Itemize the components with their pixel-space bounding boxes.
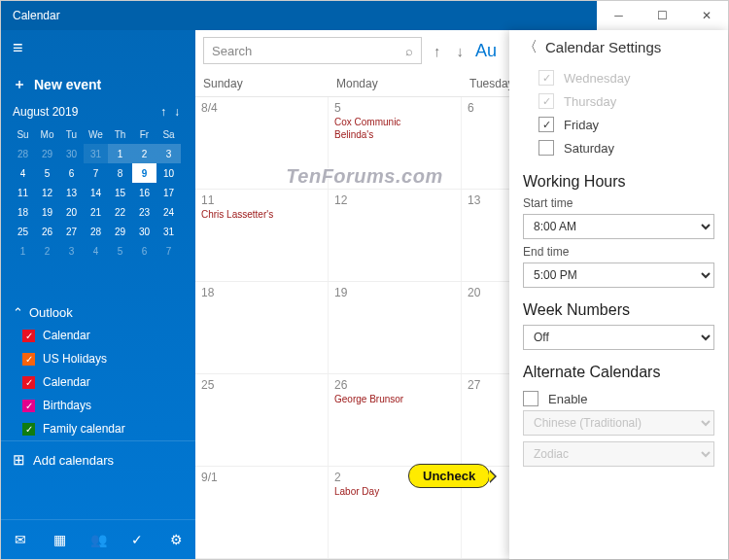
event-item[interactable]: Cox Communic — [334, 117, 455, 127]
calendar-checkbox[interactable]: ✓ — [22, 353, 35, 366]
mini-calendar: SuMoTuWeThFrSa 2829303112345678910111213… — [1, 124, 195, 268]
account-outlook[interactable]: ⌃ Outlook — [1, 296, 195, 324]
day-number: 9/1 — [201, 471, 322, 484]
mini-day-cell[interactable]: 5 — [35, 163, 59, 183]
alternate-type-select: Zodiac — [523, 441, 714, 467]
mini-day-cell[interactable]: 17 — [156, 183, 181, 202]
new-event-button[interactable]: ＋ New event — [1, 66, 195, 103]
people-icon[interactable]: 👥 — [79, 526, 118, 553]
event-item[interactable]: George Brunsor — [334, 394, 455, 404]
calendar-item[interactable]: ✓Calendar — [1, 370, 195, 394]
mini-day-cell[interactable]: 15 — [108, 183, 132, 202]
day-cell[interactable]: 9/1 — [195, 467, 329, 558]
workday-checkbox[interactable]: ✓ — [538, 117, 554, 132]
calendar-checkbox[interactable]: ✓ — [22, 330, 35, 342]
mini-day-cell[interactable]: 25 — [11, 222, 35, 241]
mini-day-cell[interactable]: 28 — [11, 144, 35, 163]
mini-day-cell[interactable]: 2 — [132, 144, 156, 163]
workday-label: Thursday — [564, 94, 616, 109]
end-time-select[interactable]: 5:00 PM — [523, 262, 714, 288]
search-input[interactable]: Search ⌕ — [203, 37, 422, 64]
mini-day-cell[interactable]: 30 — [132, 222, 156, 241]
day-cell[interactable]: 18 — [195, 282, 329, 373]
mini-day-cell[interactable]: 1 — [11, 241, 35, 261]
mini-day-cell[interactable]: 13 — [59, 183, 84, 202]
maximize-button[interactable]: ☐ — [641, 1, 684, 30]
day-cell[interactable]: 5Cox CommunicBelinda's — [329, 97, 462, 189]
event-item[interactable]: Chris Lassetter's — [201, 209, 322, 220]
mini-day-cell[interactable]: 6 — [59, 163, 84, 183]
day-cell[interactable]: 19 — [329, 282, 462, 373]
mini-day-cell[interactable]: 23 — [132, 202, 156, 222]
mini-day-cell[interactable]: 31 — [156, 222, 181, 241]
back-icon[interactable]: 〈 — [523, 38, 538, 56]
mini-day-cell[interactable]: 26 — [35, 222, 59, 241]
mini-day-cell[interactable]: 12 — [35, 183, 59, 202]
mini-day-cell[interactable]: 2 — [35, 241, 59, 261]
mini-day-cell[interactable]: 14 — [84, 183, 108, 202]
mini-day-cell[interactable]: 16 — [132, 183, 156, 202]
mini-day-cell[interactable]: 20 — [59, 202, 84, 222]
mini-day-cell[interactable]: 28 — [84, 222, 108, 241]
mini-day-cell[interactable]: 30 — [59, 144, 84, 163]
mini-day-cell[interactable]: 5 — [108, 241, 132, 261]
start-time-select[interactable]: 8:00 AM — [523, 214, 714, 239]
close-button[interactable]: ✕ — [684, 1, 728, 30]
mini-day-cell[interactable]: 4 — [11, 163, 35, 183]
minimize-button[interactable]: ─ — [597, 1, 641, 30]
mini-day-cell[interactable]: 21 — [84, 202, 108, 222]
day-cell[interactable]: 26George Brunsor — [329, 374, 462, 466]
calendar-item[interactable]: ✓Family calendar — [1, 417, 195, 440]
mini-day-cell[interactable]: 6 — [132, 241, 156, 261]
mini-day-cell[interactable]: 10 — [156, 163, 181, 183]
day-column-header: Sunday — [195, 71, 329, 96]
titlebar: Calendar ─ ☐ ✕ — [1, 1, 728, 30]
mini-day-cell[interactable]: 18 — [11, 202, 35, 222]
mini-next-icon[interactable]: ↓ — [170, 105, 184, 119]
workday-checkbox: ✓ — [538, 93, 554, 109]
mini-day-cell[interactable]: 22 — [108, 202, 132, 222]
day-number: 12 — [334, 193, 455, 207]
mini-day-cell[interactable]: 31 — [84, 144, 108, 163]
mini-day-cell[interactable]: 19 — [35, 202, 59, 222]
calendar-icon[interactable]: ▦ — [40, 526, 79, 553]
day-cell[interactable]: 25 — [195, 374, 329, 466]
mini-day-cell[interactable]: 24 — [156, 202, 181, 222]
mini-day-cell[interactable]: 11 — [11, 183, 35, 202]
mini-day-cell[interactable]: 29 — [35, 144, 59, 163]
calendar-checkbox[interactable]: ✓ — [22, 376, 35, 389]
prev-month-icon[interactable]: ↑ — [430, 43, 445, 59]
mini-day-cell[interactable]: 7 — [156, 241, 181, 261]
mini-day-header: Tu — [59, 124, 84, 144]
mini-day-cell[interactable]: 7 — [84, 163, 108, 183]
day-cell[interactable]: 8/4 — [195, 97, 329, 189]
mini-day-cell[interactable]: 27 — [59, 222, 84, 241]
mail-icon[interactable]: ✉ — [1, 526, 40, 553]
hamburger-icon[interactable]: ≡ — [13, 38, 23, 57]
mini-day-cell[interactable]: 9 — [132, 163, 156, 183]
mini-day-cell[interactable]: 8 — [108, 163, 132, 183]
mini-day-cell[interactable]: 3 — [59, 241, 84, 261]
calendar-item[interactable]: ✓US Holidays — [1, 347, 195, 370]
event-item[interactable]: Belinda's — [334, 129, 455, 140]
day-cell[interactable]: 12 — [329, 190, 462, 281]
day-cell[interactable]: 11Chris Lassetter's — [195, 190, 329, 281]
week-numbers-select[interactable]: Off — [523, 325, 714, 350]
calendar-checkbox[interactable]: ✓ — [22, 400, 35, 412]
next-month-icon[interactable]: ↓ — [453, 43, 469, 59]
enable-alternate-checkbox[interactable] — [523, 391, 538, 406]
workday-checkbox[interactable] — [538, 140, 554, 156]
calendar-item[interactable]: ✓Calendar — [1, 324, 195, 347]
mini-day-cell[interactable]: 3 — [156, 144, 181, 163]
mini-day-cell[interactable]: 4 — [84, 241, 108, 261]
mini-day-cell[interactable]: 29 — [108, 222, 132, 241]
mini-day-cell[interactable]: 1 — [108, 144, 132, 163]
workday-row: Saturday — [523, 136, 714, 159]
todo-icon[interactable]: ✓ — [118, 526, 156, 553]
new-event-label: New event — [34, 77, 101, 92]
mini-prev-icon[interactable]: ↑ — [156, 105, 170, 119]
calendar-checkbox[interactable]: ✓ — [22, 423, 35, 436]
calendar-item[interactable]: ✓Birthdays — [1, 394, 195, 417]
settings-icon[interactable]: ⚙ — [156, 526, 195, 553]
add-calendars-button[interactable]: ⊞ Add calendars — [1, 440, 195, 478]
